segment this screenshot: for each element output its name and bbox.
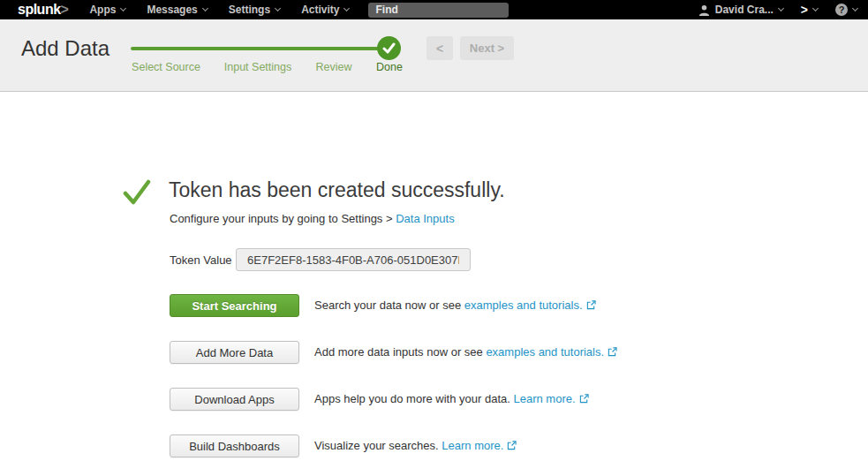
step-review[interactable]: Review bbox=[316, 61, 352, 73]
nav-menu-activity-label: Activity bbox=[301, 4, 339, 16]
desc-text: Visualize your searches. bbox=[314, 439, 442, 452]
nav-menu-apps[interactable]: Apps bbox=[89, 4, 125, 16]
external-link-icon bbox=[507, 441, 517, 450]
desc-text: Apps help you do more with your data. bbox=[314, 392, 513, 405]
external-link-icon bbox=[579, 394, 589, 404]
step-done[interactable]: Done bbox=[376, 61, 403, 73]
step-input-settings[interactable]: Input Settings bbox=[224, 61, 291, 73]
back-button[interactable]: < bbox=[426, 36, 453, 60]
nav-menu-settings[interactable]: Settings bbox=[229, 4, 280, 16]
done-check-icon bbox=[377, 36, 401, 60]
success-check-icon bbox=[123, 179, 151, 206]
page-title: Add Data bbox=[21, 36, 109, 61]
learn-more-link[interactable]: Learn more. bbox=[442, 439, 503, 452]
next-button[interactable]: Next > bbox=[460, 36, 514, 60]
subtitle-text: Configure your inputs by going to Settin… bbox=[170, 212, 396, 225]
success-title: Token has been created successfully. bbox=[169, 178, 505, 202]
desc-text: Search your data now or see bbox=[314, 298, 464, 312]
add-more-data-desc: Add more data inputs now or see examples… bbox=[314, 341, 617, 364]
nav-menu-activity[interactable]: Activity bbox=[301, 4, 349, 16]
external-link-icon bbox=[586, 300, 596, 310]
examples-tutorials-link[interactable]: examples and tutorials. bbox=[464, 298, 583, 312]
nav-menu-messages-label: Messages bbox=[147, 4, 197, 16]
nav-menu-apps-label: Apps bbox=[89, 4, 116, 16]
splunk-logo-gt: > bbox=[61, 2, 69, 17]
splunk-logo[interactable]: splunk> bbox=[18, 2, 68, 18]
add-more-data-button[interactable]: Add More Data bbox=[170, 341, 299, 364]
external-link-icon bbox=[608, 347, 617, 357]
token-value-field[interactable] bbox=[236, 248, 471, 271]
add-data-page: splunk> Apps Messages Settings Activity … bbox=[0, 0, 868, 476]
examples-tutorials-link[interactable]: examples and tutorials. bbox=[486, 345, 604, 359]
start-searching-desc: Search your data now or see examples and… bbox=[314, 294, 596, 317]
start-searching-button[interactable]: Start Searching bbox=[170, 294, 299, 317]
user-name-label: David Cra... bbox=[715, 4, 774, 16]
download-apps-button[interactable]: Download Apps bbox=[170, 388, 299, 411]
build-dashboards-desc: Visualize your searches. Learn more. bbox=[314, 434, 517, 457]
desc-text: Add more data inputs now or see bbox=[314, 345, 486, 359]
wizard-header: Add Data Select Source Input Settings Re… bbox=[0, 19, 868, 92]
chevron-down-icon bbox=[812, 5, 819, 11]
splunk-logo-text: splunk bbox=[18, 2, 61, 17]
token-value-label: Token Value bbox=[170, 253, 232, 267]
data-inputs-link[interactable]: Data Inputs bbox=[396, 212, 455, 225]
learn-more-link[interactable]: Learn more. bbox=[513, 392, 575, 405]
top-nav: splunk> Apps Messages Settings Activity … bbox=[0, 0, 868, 19]
help-menu[interactable]: ? bbox=[835, 4, 857, 16]
success-subtitle: Configure your inputs by going to Settin… bbox=[170, 212, 455, 225]
user-menu[interactable]: David Cra... bbox=[698, 4, 783, 16]
find-input[interactable] bbox=[368, 3, 509, 18]
help-icon: ? bbox=[835, 4, 848, 16]
chevron-down-icon bbox=[852, 5, 858, 11]
chevron-down-icon bbox=[778, 5, 784, 11]
chevron-down-icon bbox=[275, 5, 281, 11]
download-apps-desc: Apps help you do more with your data. Le… bbox=[314, 388, 589, 411]
progress-bar bbox=[131, 47, 389, 50]
step-select-source[interactable]: Select Source bbox=[132, 61, 200, 73]
nav-right-group: David Cra... > ? bbox=[698, 3, 857, 17]
chevron-down-icon bbox=[343, 5, 350, 11]
splunk-arrow-menu[interactable]: > bbox=[801, 3, 818, 17]
nav-menu-messages[interactable]: Messages bbox=[147, 4, 207, 16]
chevron-down-icon bbox=[120, 5, 126, 11]
chevron-down-icon bbox=[202, 5, 208, 11]
user-icon bbox=[698, 4, 710, 16]
nav-menu-settings-label: Settings bbox=[229, 4, 270, 16]
build-dashboards-button[interactable]: Build Dashboards bbox=[170, 434, 299, 457]
splunk-arrow-icon: > bbox=[801, 3, 808, 17]
